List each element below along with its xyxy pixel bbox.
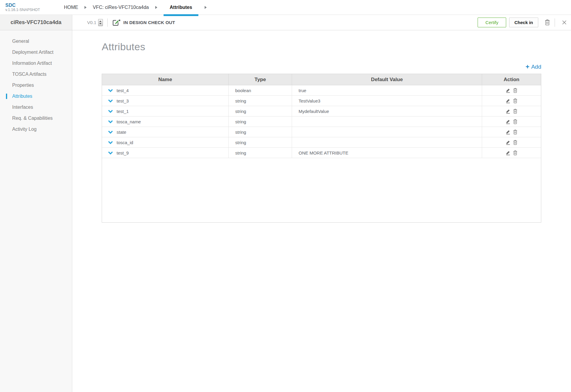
chevron-down-icon bbox=[108, 141, 113, 144]
breadcrumb-item-home[interactable]: HOME bbox=[64, 0, 78, 15]
lifecycle-status: IN DESIGN CHECK OUT bbox=[112, 19, 175, 26]
name-cell: test_4 bbox=[102, 85, 229, 95]
add-label: Add bbox=[531, 64, 541, 70]
edit-attribute-button[interactable] bbox=[506, 119, 511, 124]
action-cell bbox=[482, 148, 541, 158]
delete-attribute-button[interactable] bbox=[513, 130, 517, 135]
chevron-down-icon bbox=[108, 89, 113, 92]
type-cell: boolean bbox=[229, 85, 292, 95]
breadcrumb-item-attributes[interactable]: Attributes bbox=[164, 0, 199, 15]
delete-attribute-button[interactable] bbox=[513, 88, 517, 93]
breadcrumb-item-vfc-cires-vfc710ca4da[interactable]: VFC: ciRes-VFC710ca4da bbox=[93, 0, 149, 15]
table-header-row: NameTypeDefault ValueAction bbox=[102, 74, 541, 85]
delete-attribute-button[interactable] bbox=[513, 140, 517, 145]
sidebar-item-tosca-artifacts[interactable]: TOSCA Artifacts bbox=[0, 69, 72, 80]
table-row: test_1stringMydefaultValue bbox=[102, 106, 541, 117]
workspace-toolbar: V0.1 IN DESIGN CHECK OUT Certify Check i… bbox=[72, 15, 571, 30]
edit-pencil-icon bbox=[506, 119, 511, 124]
column-header-default-value: Default Value bbox=[292, 74, 482, 85]
breadcrumb-arrow-icon bbox=[205, 6, 207, 9]
table-row: statestring bbox=[102, 127, 541, 137]
type-cell: string bbox=[229, 106, 292, 116]
table-row: test_3stringTestValue3 bbox=[102, 96, 541, 106]
sidebar-item-deployment-artifact[interactable]: Deployment Artifact bbox=[0, 47, 72, 58]
table-row: test_4booleantrue bbox=[102, 85, 541, 96]
trash-icon bbox=[513, 98, 517, 103]
version-label: V0.1 bbox=[87, 20, 96, 25]
edit-pencil-icon bbox=[506, 88, 511, 93]
sidebar-item-activity-log[interactable]: Activity Log bbox=[0, 124, 72, 135]
expand-row-button[interactable] bbox=[108, 120, 113, 123]
edit-attribute-button[interactable] bbox=[506, 108, 511, 114]
edit-attribute-button[interactable] bbox=[506, 140, 511, 145]
type-cell: string bbox=[229, 96, 292, 106]
expand-row-button[interactable] bbox=[108, 110, 113, 113]
attribute-name: state bbox=[117, 130, 126, 135]
edit-pencil-icon bbox=[506, 108, 511, 114]
sidebar-item-req-capabilities[interactable]: Req. & Capabilities bbox=[0, 113, 72, 124]
edit-pencil-icon bbox=[506, 98, 511, 103]
attribute-name: test_3 bbox=[117, 98, 129, 103]
expand-row-button[interactable] bbox=[108, 141, 113, 144]
default-value-cell: ONE MORE ATTRIBUTE bbox=[292, 148, 482, 158]
default-value-cell bbox=[292, 117, 482, 127]
sidebar: GeneralDeployment ArtifactInformation Ar… bbox=[0, 30, 72, 392]
edit-attribute-button[interactable] bbox=[506, 150, 511, 155]
chevron-down-icon bbox=[108, 120, 113, 123]
column-header-type: Type bbox=[229, 74, 292, 85]
trash-icon bbox=[513, 109, 517, 114]
expand-row-button[interactable] bbox=[108, 130, 113, 134]
sidebar-item-information-artifact[interactable]: Information Artifact bbox=[0, 58, 72, 69]
sidebar-item-interfaces[interactable]: Interfaces bbox=[0, 102, 72, 113]
delete-attribute-button[interactable] bbox=[513, 98, 517, 103]
type-cell: string bbox=[229, 127, 292, 137]
delete-attribute-button[interactable] bbox=[513, 109, 517, 114]
action-cell bbox=[482, 85, 541, 95]
delete-version-button[interactable] bbox=[545, 19, 550, 26]
expand-row-button[interactable] bbox=[108, 151, 113, 155]
expand-row-button[interactable] bbox=[108, 89, 113, 92]
app-name: SDC bbox=[5, 3, 40, 8]
edit-pencil-icon bbox=[506, 140, 511, 145]
type-cell: string bbox=[229, 117, 292, 127]
delete-attribute-button[interactable] bbox=[513, 150, 517, 155]
trash-icon bbox=[513, 119, 517, 124]
default-value-cell: TestValue3 bbox=[292, 96, 482, 106]
edit-attribute-button[interactable] bbox=[506, 98, 511, 103]
version-dropdown-icon[interactable] bbox=[98, 19, 103, 26]
attribute-name: test_4 bbox=[117, 88, 129, 93]
table-body: test_4booleantrue test_3stringTestValue3… bbox=[102, 85, 541, 158]
check-in-button[interactable]: Check in bbox=[509, 18, 538, 27]
attribute-name: tosca_id bbox=[117, 140, 133, 145]
action-cell bbox=[482, 96, 541, 106]
sdc-logo: SDC v.1.16.1-SNAPSHOT bbox=[5, 3, 40, 12]
edit-attribute-button[interactable] bbox=[506, 88, 511, 93]
divider bbox=[107, 18, 108, 27]
name-cell: state bbox=[102, 127, 229, 137]
version-selector[interactable]: V0.1 bbox=[87, 19, 103, 26]
sidebar-item-general[interactable]: General bbox=[0, 36, 72, 47]
certify-button[interactable]: Certify bbox=[478, 18, 506, 27]
sidebar-item-properties[interactable]: Properties bbox=[0, 80, 72, 91]
type-cell: string bbox=[229, 148, 292, 158]
expand-row-button[interactable] bbox=[108, 99, 113, 103]
type-cell: string bbox=[229, 137, 292, 147]
action-cell bbox=[482, 137, 541, 147]
edit-attribute-button[interactable] bbox=[506, 129, 511, 135]
breadcrumb-arrow-icon bbox=[155, 6, 157, 9]
attribute-name: tosca_name bbox=[117, 119, 141, 124]
delete-attribute-button[interactable] bbox=[513, 119, 517, 124]
action-cell bbox=[482, 106, 541, 116]
close-button[interactable] bbox=[562, 20, 567, 25]
chevron-down-icon bbox=[108, 110, 113, 113]
page-title: Attributes bbox=[102, 41, 145, 53]
sidebar-item-attributes[interactable]: Attributes bbox=[0, 91, 72, 102]
add-attribute-button[interactable]: + Add bbox=[525, 62, 541, 71]
name-cell: tosca_name bbox=[102, 117, 229, 127]
trash-icon bbox=[513, 150, 517, 155]
divider bbox=[555, 18, 555, 27]
trash-icon bbox=[513, 140, 517, 145]
workspace-actions: Certify Check in bbox=[478, 18, 567, 27]
table-row: tosca_idstring bbox=[102, 137, 541, 148]
chevron-down-icon bbox=[108, 99, 113, 103]
